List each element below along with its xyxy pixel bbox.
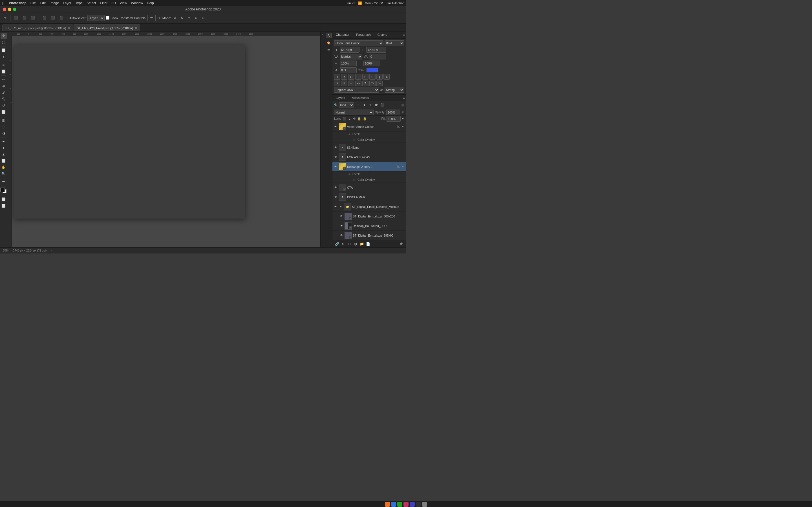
layer-eye-for-as-low[interactable]: 👁: [334, 155, 338, 159]
history-brush-tool[interactable]: ↺: [1, 103, 7, 109]
apple-logo-icon[interactable]: : [2, 1, 4, 5]
layer-eye-600x200[interactable]: 👁: [339, 214, 344, 219]
lock-all-icon[interactable]: 🔒: [363, 117, 367, 121]
fill-input[interactable]: [387, 116, 401, 122]
lock-artboard-icon[interactable]: ✛: [353, 117, 356, 121]
menu-help[interactable]: Help: [147, 1, 154, 5]
tab-glyphs[interactable]: Glyphs: [374, 32, 391, 38]
sub-style-btn[interactable]: T+: [369, 74, 375, 80]
threed-rotate-button[interactable]: ↺: [172, 14, 178, 22]
layers-panel-options-btn[interactable]: ≡: [403, 96, 405, 100]
layer-fx-icon-vector-smart[interactable]: fx: [397, 125, 400, 128]
blur-tool[interactable]: ◌: [1, 124, 7, 130]
tracking-input[interactable]: [369, 54, 386, 59]
layer-disclaimer[interactable]: 👁 T DISCLAIMER: [333, 192, 406, 202]
move-tool-button[interactable]: ✛: [2, 14, 8, 22]
font-weight-select[interactable]: Bold: [385, 40, 404, 46]
move-tool[interactable]: ✛: [1, 33, 7, 39]
tab-paragraph[interactable]: Paragraph: [353, 32, 374, 38]
opacity-input[interactable]: [386, 110, 400, 115]
layer-eye-295x90-1[interactable]: 👁: [339, 233, 344, 238]
transform-controls-checkbox[interactable]: [106, 16, 109, 20]
arrange-left-button[interactable]: ⬛: [12, 14, 20, 22]
filter-toggle-dot[interactable]: [402, 104, 404, 107]
italic-style-btn[interactable]: T: [341, 74, 347, 80]
lock-transparent-icon[interactable]: ⬛: [343, 117, 347, 121]
superscript-btn[interactable]: T¹: [369, 80, 375, 86]
allcaps-style-btn[interactable]: TT: [348, 74, 354, 80]
new-layer-btn[interactable]: 📄: [365, 241, 371, 247]
line-height-input[interactable]: [366, 47, 386, 53]
crop-tool[interactable]: ⌗: [1, 62, 7, 68]
hand-tool[interactable]: ✋: [1, 164, 7, 170]
color-overlay-eye-1[interactable]: 👁: [353, 138, 355, 142]
menu-file[interactable]: File: [31, 1, 36, 5]
h-scale-input[interactable]: [340, 61, 357, 66]
layers-panel-icon[interactable]: ☰: [326, 47, 332, 53]
quick-mask-btn[interactable]: ⬜: [1, 196, 7, 203]
link-layers-btn[interactable]: 🔗: [334, 241, 340, 247]
lock-paint-icon[interactable]: 🖌: [348, 117, 351, 121]
tab-espots[interactable]: ST_LTO_A20_eSpots.psd @ 83.2% (RGB/8#) ✕: [2, 24, 73, 31]
swash-btn[interactable]: st: [348, 80, 354, 86]
brush-tool[interactable]: 🖌: [1, 90, 7, 96]
menu-layer[interactable]: Layer: [63, 1, 71, 5]
layer-st-digital-295x90-1[interactable]: 👁 S ST_Digital_Em...sktop_295x90: [333, 231, 406, 240]
extra-tools-btn[interactable]: •••: [1, 179, 7, 185]
layer-dollar[interactable]: 👁 T $7.46/mo: [333, 143, 406, 152]
menu-filter[interactable]: Filter: [100, 1, 108, 5]
align-bottom-button[interactable]: ⬛: [58, 14, 65, 22]
color-swatch[interactable]: [366, 68, 378, 72]
dodge-tool[interactable]: ◑: [1, 130, 7, 136]
layer-eye-st-digital-group[interactable]: 👁: [334, 205, 338, 209]
char-panel-icon[interactable]: A: [326, 33, 332, 38]
threed-slide-button[interactable]: ⊕: [193, 14, 199, 22]
new-adjustment-layer-btn[interactable]: ◑: [353, 241, 358, 247]
tab-espots-close[interactable]: ✕: [68, 26, 70, 30]
eyedropper-tool[interactable]: ✏: [1, 76, 7, 83]
screen-mode-btn[interactable]: ⬜: [1, 203, 7, 209]
align-center-v-button[interactable]: ⬛: [49, 14, 57, 22]
layer-st-digital-600x200[interactable]: 👁 S ST_Digital_Em...sktop_600x200: [333, 212, 406, 221]
filter-smart-btn[interactable]: ⬛: [380, 103, 385, 108]
layer-rectangle-2-copy-2[interactable]: 👁 S Rectangle 2 copy 2 fx ▼: [333, 162, 406, 172]
frame-tool[interactable]: ⬜: [1, 68, 7, 75]
layer-eye-disclaimer[interactable]: 👁: [334, 195, 338, 200]
align-top-button[interactable]: ⬛: [41, 14, 48, 22]
filter-type-select[interactable]: Kind: [339, 102, 354, 108]
delete-layer-btn[interactable]: 🗑: [399, 241, 404, 247]
menu-photoshop[interactable]: Photoshop: [9, 1, 27, 5]
font-size-input[interactable]: [340, 47, 359, 53]
menu-type[interactable]: Type: [75, 1, 83, 5]
baseline-input[interactable]: [340, 67, 357, 73]
smallcaps-style-btn[interactable]: Tₜ: [355, 74, 361, 80]
add-mask-btn[interactable]: ◻: [347, 241, 352, 247]
pen-tool[interactable]: ✒: [1, 138, 7, 145]
antialias-select[interactable]: Strong: [385, 87, 404, 93]
add-layer-style-btn[interactable]: fx: [340, 241, 346, 247]
filter-type-btn[interactable]: T: [368, 103, 373, 108]
layer-expand-vector-smart[interactable]: ▼: [401, 125, 405, 129]
layer-color-overlay-1[interactable]: 👁 Color Overlay: [333, 137, 406, 143]
lasso-tool[interactable]: ⌖: [1, 54, 7, 60]
color-swatches[interactable]: [0, 187, 7, 194]
discretionary-btn[interactable]: aa: [355, 80, 361, 86]
tab-adjustments[interactable]: Adjustments: [349, 95, 372, 101]
lock-position-icon[interactable]: 🔒: [357, 117, 361, 121]
marquee-tool[interactable]: ⬜: [1, 47, 7, 54]
menu-view[interactable]: View: [120, 1, 127, 5]
menu-image[interactable]: Image: [50, 1, 59, 5]
ligatures-btn[interactable]: fi: [334, 80, 340, 86]
menu-select[interactable]: Select: [87, 1, 96, 5]
stamp-tool[interactable]: 🔨: [1, 96, 7, 102]
arrange-right-button[interactable]: ⬛: [29, 14, 37, 22]
threed-scale-button[interactable]: ⊞: [200, 14, 206, 22]
strikethrough-style-btn[interactable]: T̶: [384, 74, 390, 80]
tab-character[interactable]: Character: [333, 32, 353, 38]
window-minimize-button[interactable]: [8, 8, 11, 11]
gradient-tool[interactable]: ◫: [1, 117, 7, 123]
language-select[interactable]: English: USA: [334, 87, 379, 93]
arrange-center-h-button[interactable]: ⬛: [21, 14, 28, 22]
zoom-tool[interactable]: 🔍: [1, 171, 7, 177]
oldstyle-btn[interactable]: ☿: [341, 80, 347, 86]
